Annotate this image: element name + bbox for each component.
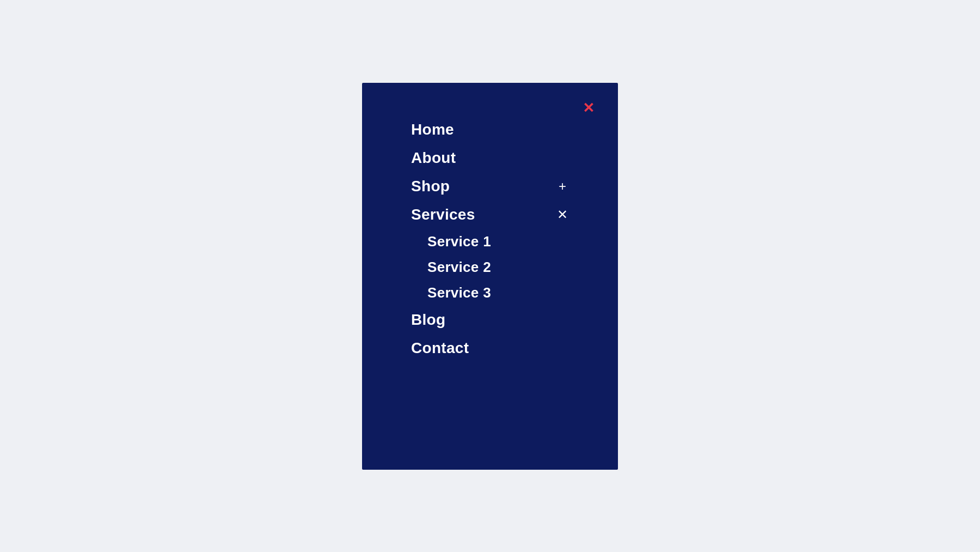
- nav-label-home[interactable]: Home: [411, 121, 454, 138]
- shop-expand-icon[interactable]: +: [556, 180, 569, 193]
- submenu-label-service3[interactable]: Service 3: [427, 284, 491, 301]
- submenu-item-service3: Service 3: [427, 280, 569, 306]
- submenu-label-service1[interactable]: Service 1: [427, 233, 491, 250]
- submenu-item-service2: Service 2: [427, 254, 569, 280]
- submenu-label-service2[interactable]: Service 2: [427, 259, 491, 275]
- nav-list: Home About Shop + Services ✕ Service 1 S…: [411, 116, 618, 362]
- nav-item-blog: Blog: [411, 306, 569, 334]
- nav-item-home: Home: [411, 116, 569, 144]
- close-button[interactable]: ✕: [579, 98, 598, 118]
- nav-item-contact: Contact: [411, 334, 569, 362]
- nav-item-shop: Shop +: [411, 172, 569, 201]
- mobile-menu: ✕ Home About Shop + Services ✕ Service 1…: [362, 83, 618, 470]
- services-collapse-icon[interactable]: ✕: [556, 208, 569, 221]
- nav-label-about[interactable]: About: [411, 149, 456, 167]
- nav-item-about: About: [411, 144, 569, 172]
- nav-label-shop[interactable]: Shop: [411, 178, 450, 195]
- services-submenu: Service 1 Service 2 Service 3: [411, 229, 569, 306]
- nav-label-blog[interactable]: Blog: [411, 311, 445, 329]
- nav-label-contact[interactable]: Contact: [411, 339, 469, 357]
- nav-item-services: Services ✕: [411, 201, 569, 229]
- submenu-item-service1: Service 1: [427, 229, 569, 254]
- nav-label-services[interactable]: Services: [411, 206, 475, 223]
